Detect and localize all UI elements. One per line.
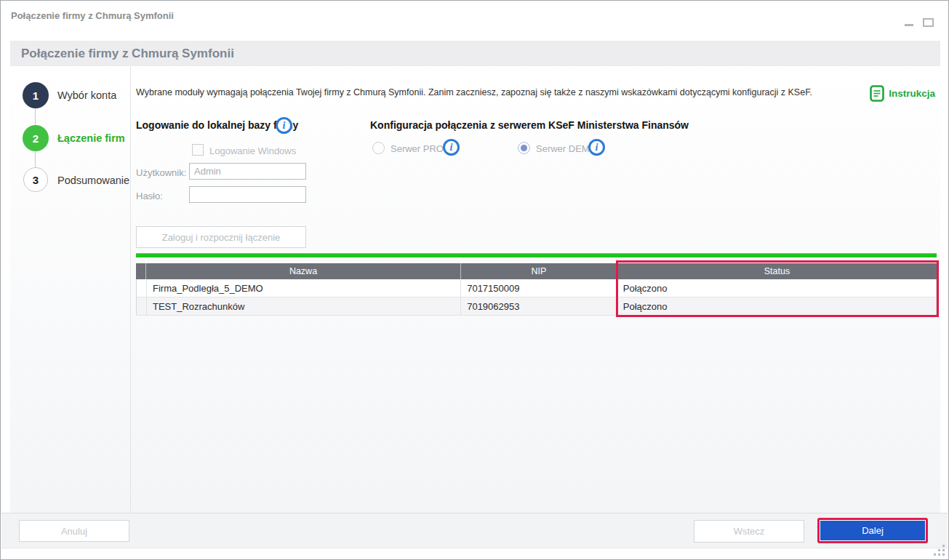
instruction-link-label: Instrukcja — [889, 88, 935, 99]
step-2-label: Łączenie firm — [57, 132, 125, 144]
username-label: Użytkownik: — [136, 167, 186, 178]
local-login-title: Logowanie do lokalnej bazy firmy — [136, 119, 298, 131]
row-selector-cell[interactable] — [137, 297, 147, 315]
companies-table: Nazwa NIP Status Firma_Podległa_5_DEMO 7… — [136, 263, 937, 316]
info-icon-local-login[interactable]: i — [276, 117, 292, 134]
minimize-button[interactable] — [905, 24, 913, 26]
windows-login-checkbox[interactable] — [192, 144, 204, 156]
window-title: Połączenie firmy z Chmurą Symfonii — [11, 10, 174, 21]
login-and-connect-button[interactable]: Zaloguj i rozpocznij łączenie — [136, 226, 306, 248]
instruction-link[interactable]: Instrukcja — [870, 85, 935, 102]
wizard-window: Połączenie firmy z Chmurą Symfonii Połąc… — [0, 0, 949, 560]
wizard-description: Wybrane moduły wymagają połączenia Twoje… — [136, 87, 812, 97]
resize-grip[interactable] — [934, 545, 945, 556]
column-header-status: Status — [617, 263, 937, 279]
table-header-row: Nazwa NIP Status — [136, 263, 937, 279]
page-title: Połączenie firmy z Chmurą Symfonii — [10, 47, 234, 61]
server-prod-label: Serwer PROD — [391, 143, 450, 154]
info-icon-server-demo[interactable]: i — [588, 139, 605, 156]
back-button[interactable]: Wstecz — [694, 520, 804, 543]
info-icon-server-prod[interactable]: i — [443, 139, 460, 156]
cell-nazwa: TEST_Rozrachunków — [147, 297, 461, 315]
column-header-nazwa: Nazwa — [146, 263, 461, 279]
column-header-nip: NIP — [461, 263, 617, 279]
footer-bar — [1, 513, 948, 548]
table-row[interactable]: TEST_Rozrachunków 7019062953 Połączono — [136, 297, 937, 316]
row-selector-column-header — [136, 263, 146, 279]
step-connector — [35, 108, 36, 126]
connection-progress-bar — [136, 253, 937, 257]
step-1-label: Wybór konta — [57, 89, 116, 101]
server-prod-radio[interactable] — [372, 142, 385, 154]
ksef-config-title: Konfiguracja połączenia z serwerem KSeF … — [370, 119, 689, 131]
cell-nip: 7019062953 — [461, 297, 617, 315]
cell-status: Połączono — [617, 279, 936, 297]
step-connector — [35, 151, 36, 168]
step-1-indicator: 1 — [23, 82, 49, 108]
next-button[interactable]: Dalej — [820, 521, 925, 540]
maximize-button[interactable] — [923, 18, 934, 27]
table-row[interactable]: Firma_Podległa_5_DEMO 7017150009 Połączo… — [136, 279, 937, 297]
step-3-label: Podsumowanie — [57, 175, 129, 186]
cancel-button[interactable]: Anuluj — [19, 520, 129, 542]
step-3-indicator: 3 — [23, 167, 48, 192]
server-demo-radio[interactable] — [518, 142, 530, 154]
cell-nazwa: Firma_Podległa_5_DEMO — [147, 279, 461, 297]
step-2-indicator: 2 — [23, 125, 49, 151]
page-header: Połączenie firmy z Chmurą Symfonii — [10, 41, 940, 66]
row-selector-cell[interactable] — [137, 279, 147, 297]
username-input[interactable] — [189, 163, 306, 180]
password-label: Hasło: — [136, 191, 163, 201]
cell-status: Połączono — [617, 297, 936, 315]
next-button-highlight: Dalej — [817, 518, 928, 543]
radio-selected-dot — [521, 145, 527, 151]
document-icon — [870, 85, 884, 102]
password-input[interactable] — [189, 186, 306, 203]
windows-login-label: Logowanie Windows — [209, 145, 296, 156]
cell-nip: 7017150009 — [461, 279, 617, 297]
